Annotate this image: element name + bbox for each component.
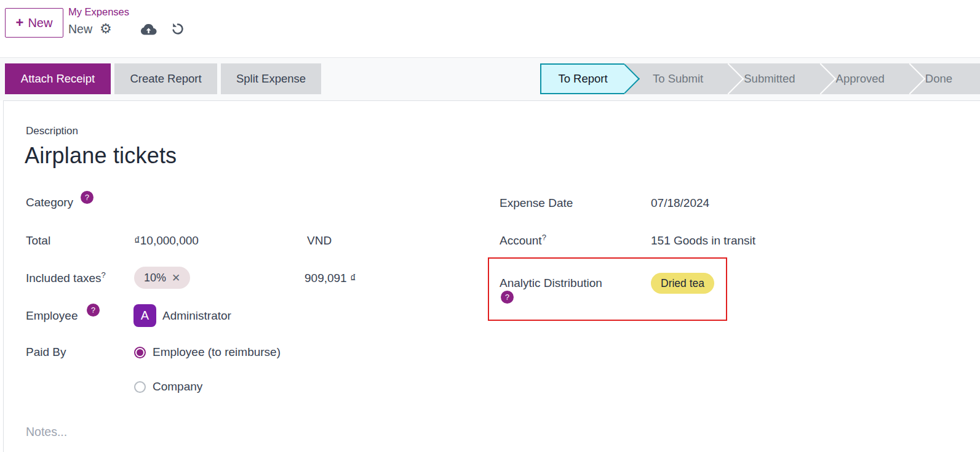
tax-amount-value: 909,091 ₫ bbox=[305, 272, 356, 285]
stage-label: To Submit bbox=[653, 72, 703, 86]
stage-to-report[interactable]: To Report bbox=[540, 63, 624, 94]
stage-done[interactable]: Done bbox=[905, 63, 973, 94]
analytic-tag-dried-tea[interactable]: Dried tea bbox=[651, 273, 714, 294]
account-field[interactable]: 151 Goods in transit bbox=[651, 234, 755, 248]
stage-label: Approved bbox=[836, 72, 885, 86]
breadcrumb-my-expenses[interactable]: My Expenses bbox=[68, 6, 129, 18]
description-label: Description bbox=[26, 125, 78, 137]
stage-label: Done bbox=[925, 72, 952, 86]
radio-employee-reimburse[interactable] bbox=[134, 347, 146, 358]
split-expense-button[interactable]: Split Expense bbox=[221, 63, 321, 94]
stage-label: To Report bbox=[558, 72, 607, 86]
statusbar: To Report To Submit Submitted Approved D… bbox=[540, 63, 980, 94]
stage-label: Submitted bbox=[744, 72, 795, 86]
stage-submitted[interactable]: Submitted bbox=[723, 63, 815, 94]
account-label-text: Account bbox=[500, 234, 542, 247]
expense-date-field[interactable]: 07/18/2024 bbox=[651, 196, 709, 210]
create-report-button[interactable]: Create Report bbox=[114, 63, 217, 94]
employee-help-icon[interactable]: ? bbox=[87, 304, 100, 317]
employee-avatar: A bbox=[133, 304, 156, 327]
analytic-distribution-label: Analytic Distribution bbox=[500, 276, 602, 290]
paid-by-label: Paid By bbox=[26, 345, 66, 359]
radio-employee-reimburse-label[interactable]: Employee (to reimburse) bbox=[153, 345, 281, 359]
total-label: Total bbox=[26, 234, 50, 248]
expense-description-input[interactable]: Airplane tickets bbox=[25, 143, 177, 169]
included-taxes-label: Included taxes? bbox=[26, 272, 106, 285]
account-label: Account? bbox=[500, 234, 546, 248]
new-button-label: New bbox=[28, 16, 52, 30]
breadcrumb: My Expenses New ⚙ bbox=[68, 6, 185, 38]
stage-approved[interactable]: Approved bbox=[816, 63, 905, 94]
attach-receipt-button[interactable]: Attach Receipt bbox=[5, 63, 111, 94]
employee-label: Employee bbox=[26, 309, 78, 323]
top-control-bar: + New My Expenses New ⚙ bbox=[0, 0, 980, 57]
expense-form-screen: + New My Expenses New ⚙ bbox=[0, 0, 980, 452]
employee-field[interactable]: Administrator bbox=[162, 309, 231, 323]
plus-icon: + bbox=[16, 16, 24, 30]
category-help-icon[interactable]: ? bbox=[81, 191, 94, 204]
total-amount-input[interactable]: ₫10,000,000 bbox=[134, 234, 199, 248]
included-taxes-help-icon[interactable]: ? bbox=[102, 270, 106, 280]
category-label: Category bbox=[26, 196, 73, 209]
included-taxes-label-text: Included taxes bbox=[26, 272, 102, 285]
cloud-upload-icon[interactable] bbox=[140, 22, 157, 36]
expense-date-label: Expense Date bbox=[500, 196, 573, 210]
analytic-distribution-help-icon[interactable]: ? bbox=[501, 291, 514, 304]
tax-tag-remove-icon[interactable]: ✕ bbox=[172, 272, 180, 285]
gear-icon[interactable]: ⚙ bbox=[100, 22, 112, 36]
currency-field[interactable]: VND bbox=[307, 234, 332, 248]
undo-icon[interactable] bbox=[170, 22, 185, 36]
notes-input[interactable]: Notes... bbox=[26, 425, 67, 439]
action-bar: Attach Receipt Create Report Split Expen… bbox=[0, 57, 980, 100]
tax-tag-label: 10% bbox=[144, 272, 166, 285]
radio-company-label[interactable]: Company bbox=[153, 380, 202, 393]
new-button[interactable]: + New bbox=[5, 8, 63, 38]
account-help-icon[interactable]: ? bbox=[542, 233, 546, 242]
breadcrumb-current: New bbox=[68, 22, 92, 36]
tax-tag[interactable]: 10% ✕ bbox=[134, 267, 190, 289]
radio-company[interactable] bbox=[134, 381, 146, 393]
